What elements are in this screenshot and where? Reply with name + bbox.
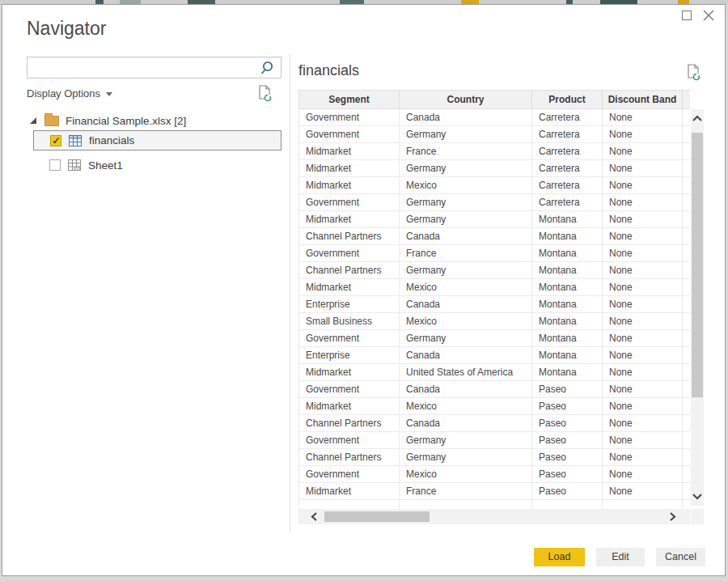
window-controls: [682, 10, 714, 21]
table-row: Channel PartnersCanadaPaseoNone: [299, 415, 691, 432]
table-row: MidmarketFranceCarreteraNone: [299, 143, 691, 160]
table-cell: Mexico: [400, 177, 532, 194]
table-cell-spacer: [683, 466, 691, 483]
table-cell: None: [603, 296, 683, 313]
table-cell: Mexico: [400, 398, 532, 415]
table-cell: Paseo: [532, 483, 603, 500]
table-cell-spacer: [683, 279, 691, 296]
sheet1-checkbox[interactable]: [49, 159, 61, 171]
table-cell-spacer: [683, 228, 691, 245]
table-cell: None: [603, 245, 683, 262]
tree-node-financials[interactable]: financials: [33, 130, 281, 151]
table-cell: Germany: [400, 449, 532, 466]
table-cell-spacer: [683, 313, 691, 330]
table-cell: France: [400, 483, 532, 500]
table-cell: None: [603, 211, 683, 228]
table-row: MidmarketMexicoPaseoNone: [299, 398, 691, 415]
table-cell: Carretera: [532, 177, 603, 194]
table-cell: Canada: [400, 415, 532, 432]
table-cell: Germany: [400, 194, 532, 211]
table-cell-spacer: [683, 194, 691, 211]
table-cell: None: [603, 483, 683, 500]
table-cell: Midmarket: [299, 211, 400, 228]
table-cell: [299, 500, 400, 510]
table-cell: Montana: [532, 211, 603, 228]
table-cell: Canada: [400, 347, 532, 364]
table-cell-spacer: [683, 160, 691, 177]
tree-node-workbook[interactable]: Financial Sample.xlsx [2]: [30, 112, 186, 129]
vertical-scroll-thumb[interactable]: [692, 133, 703, 397]
table-row: Channel PartnersGermanyMontanaNone: [299, 262, 691, 279]
table-cell: [532, 500, 603, 510]
table-cell: Germany: [400, 160, 532, 177]
table-cell-spacer: [683, 483, 691, 500]
table-row: MidmarketGermanyMontanaNone: [299, 211, 691, 228]
scroll-up-icon[interactable]: [692, 114, 703, 124]
table-cell: Montana: [532, 330, 603, 347]
financials-checkbox[interactable]: [50, 135, 61, 146]
table-cell: None: [603, 449, 683, 466]
table-cell: None: [603, 398, 683, 415]
close-icon[interactable]: [703, 10, 714, 21]
table-cell: None: [603, 330, 683, 347]
table-cell: None: [603, 466, 683, 483]
table-row: EnterpriseCanadaMontanaNone: [299, 347, 691, 364]
table-cell: Canada: [400, 228, 532, 245]
refresh-preview-icon[interactable]: [257, 84, 273, 103]
table-cell: Channel Partners: [299, 415, 400, 432]
refresh-table-icon[interactable]: [686, 63, 701, 82]
scroll-right-icon[interactable]: [667, 511, 677, 522]
edit-button[interactable]: Edit: [596, 548, 645, 566]
table-cell: Midmarket: [299, 364, 400, 381]
tree-node-sheet1[interactable]: Sheet1: [33, 155, 281, 175]
load-button[interactable]: Load: [534, 548, 585, 566]
table-cell: Midmarket: [299, 177, 400, 194]
table-cell: [400, 500, 532, 510]
table-cell: Government: [299, 330, 400, 347]
folder-icon: [44, 116, 59, 126]
column-header-segment: Segment: [299, 91, 400, 109]
table-row: GovernmentGermanyCarreteraNone: [299, 194, 691, 211]
scroll-left-icon[interactable]: [310, 511, 320, 522]
table-cell: Government: [299, 126, 400, 143]
table-row: MidmarketUnited States of AmericaMontana…: [299, 364, 691, 381]
table-cell: Montana: [532, 262, 603, 279]
maximize-icon[interactable]: [682, 11, 692, 20]
table-cell: Midmarket: [299, 279, 400, 296]
table-cell: Channel Partners: [299, 449, 400, 466]
table-row: GovernmentMexicoPaseoNone: [299, 466, 691, 483]
table-row: MidmarketFrancePaseoNone: [299, 483, 691, 500]
table-cell: None: [603, 126, 683, 143]
table-cell: Paseo: [532, 466, 603, 483]
scroll-down-icon[interactable]: [692, 491, 703, 501]
table-cell: None: [603, 194, 683, 211]
horizontal-scroll-thumb[interactable]: [324, 511, 430, 522]
table-icon: [69, 135, 82, 146]
table-cell-spacer: [683, 432, 691, 449]
search-icon[interactable]: [260, 60, 277, 76]
table-cell: Montana: [532, 279, 603, 296]
table-row: GovernmentFranceMontanaNone: [299, 245, 691, 262]
horizontal-scrollbar[interactable]: [298, 509, 690, 524]
table-cell-spacer: [683, 245, 691, 262]
column-header-discount-band: Discount Band: [603, 91, 683, 109]
table-cell: Germany: [400, 262, 532, 279]
vertical-scrollbar[interactable]: [691, 109, 704, 506]
table-cell-spacer: [683, 262, 691, 279]
table-row: MidmarketMexicoCarreteraNone: [299, 177, 691, 194]
table-cell: None: [603, 347, 683, 364]
table-cell: Paseo: [532, 398, 603, 415]
table-row: Small BusinessMexicoMontanaNone: [299, 313, 691, 330]
expand-collapse-icon[interactable]: [30, 117, 36, 124]
table-cell: Montana: [532, 313, 603, 330]
table-cell: Montana: [532, 364, 603, 381]
table-cell-spacer: [683, 126, 691, 143]
table-cell: Midmarket: [299, 483, 400, 500]
search-input[interactable]: [28, 57, 260, 78]
table-cell: France: [400, 143, 532, 160]
table-cell: None: [603, 381, 683, 398]
cancel-button[interactable]: Cancel: [656, 548, 705, 566]
display-options-dropdown[interactable]: Display Options: [27, 87, 112, 100]
table-cell: Carretera: [532, 194, 603, 211]
table-cell: Channel Partners: [299, 228, 400, 245]
